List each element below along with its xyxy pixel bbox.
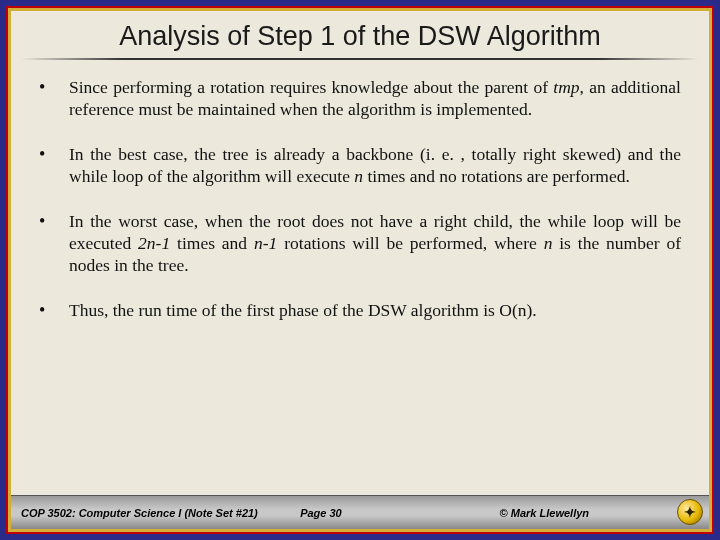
bullet-text: Thus, the run time of the first phase of… xyxy=(69,299,681,322)
slide-inner: Analysis of Step 1 of the DSW Algorithm … xyxy=(11,11,709,529)
slide-frame: Analysis of Step 1 of the DSW Algorithm … xyxy=(0,0,720,540)
text-run: times and no rotations are performed. xyxy=(363,166,630,186)
pegasus-seal-icon: ✦ xyxy=(677,499,703,525)
bullet-item: • In the worst case, when the root does … xyxy=(39,210,681,277)
border-red: Analysis of Step 1 of the DSW Algorithm … xyxy=(6,6,714,534)
text-italic: n xyxy=(354,166,363,186)
bullet-mark: • xyxy=(39,76,69,121)
text-run: Thus, the run time of the first phase of… xyxy=(69,300,537,320)
footer-author: © Mark Llewellyn xyxy=(480,507,699,519)
text-run: times and xyxy=(170,233,254,253)
text-run: rotations will be performed, where xyxy=(277,233,543,253)
bullet-text: Since performing a rotation requires kno… xyxy=(69,76,681,121)
bullet-item: • In the best case, the tree is already … xyxy=(39,143,681,188)
text-italic: n-1 xyxy=(254,233,277,253)
text-italic: tmp xyxy=(553,77,579,97)
bullet-text: In the best case, the tree is already a … xyxy=(69,143,681,188)
text-italic: 2n-1 xyxy=(138,233,170,253)
slide-title: Analysis of Step 1 of the DSW Algorithm xyxy=(11,11,709,58)
border-gold: Analysis of Step 1 of the DSW Algorithm … xyxy=(8,8,712,532)
text-run: Since performing a rotation requires kno… xyxy=(69,77,553,97)
bullet-mark: • xyxy=(39,143,69,188)
bullet-mark: • xyxy=(39,210,69,277)
bullet-text: In the worst case, when the root does no… xyxy=(69,210,681,277)
seal-glyph: ✦ xyxy=(684,504,696,520)
bullet-item: • Since performing a rotation requires k… xyxy=(39,76,681,121)
title-underline xyxy=(21,58,699,60)
content-area: • Since performing a rotation requires k… xyxy=(11,68,709,495)
footer-bar: COP 3502: Computer Science I (Note Set #… xyxy=(11,495,709,529)
footer-page: Page 30 xyxy=(300,507,479,519)
bullet-mark: • xyxy=(39,299,69,322)
bullet-item: • Thus, the run time of the first phase … xyxy=(39,299,681,322)
footer-course: COP 3502: Computer Science I (Note Set #… xyxy=(21,507,300,519)
